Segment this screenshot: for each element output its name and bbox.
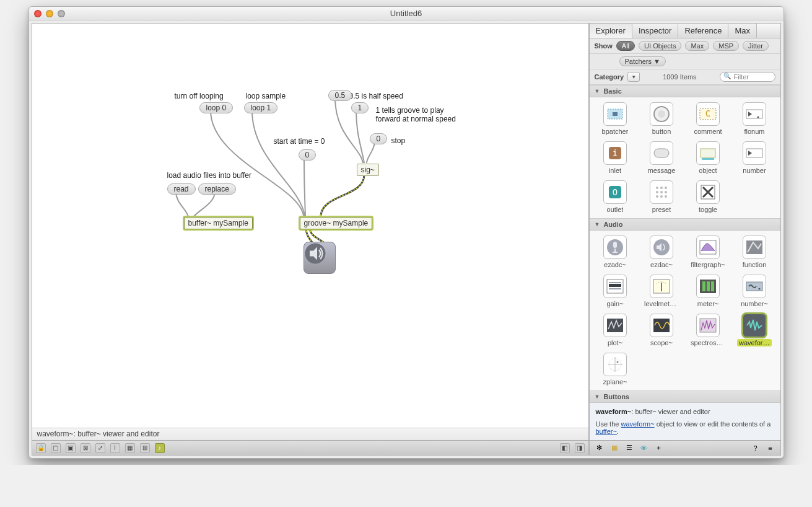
- svg-point-21: [665, 187, 667, 189]
- tab-max[interactable]: Max: [728, 24, 757, 38]
- message-box[interactable]: replace: [198, 183, 236, 195]
- chevron-down-icon: ▼: [631, 74, 636, 80]
- palette-scroll[interactable]: Basic bpatcher button Ccomment flonum ii…: [590, 85, 780, 402]
- filter-all[interactable]: All: [616, 41, 635, 51]
- add-icon[interactable]: ＋: [654, 443, 664, 453]
- help-link-waveform[interactable]: waveform~: [621, 420, 654, 428]
- palette-item-meter[interactable]: meter~: [688, 275, 729, 307]
- audio-on-icon[interactable]: ♪: [155, 443, 165, 453]
- help-link-buffer[interactable]: buffer~: [596, 428, 617, 435]
- gear-icon[interactable]: ✻: [595, 443, 605, 453]
- status-bar: waveform~: buffer~ viewer and editor: [32, 428, 588, 440]
- patchers-row: Patchers ▼: [590, 54, 780, 69]
- presentation-icon[interactable]: ▣: [66, 443, 76, 453]
- comment: start at time = 0: [274, 137, 325, 146]
- palette-item-object[interactable]: object: [688, 141, 729, 174]
- traffic-lights: [29, 10, 65, 17]
- help-subtitle: : buffer~ viewer and editor: [631, 408, 710, 415]
- sidebar-toolbar: ✻ ▦ ☰ 👁 ＋ ? ≡: [590, 440, 780, 455]
- svg-text:i: i: [613, 148, 618, 158]
- palette-audio: ezadc~ ezdac~ filtergraph~ function gain…: [590, 231, 780, 390]
- palette-item-flonum[interactable]: flonum: [734, 102, 775, 135]
- svg-text:O: O: [613, 187, 618, 197]
- zoom-icon[interactable]: ⤢: [95, 443, 105, 453]
- grid-icon[interactable]: ▦: [125, 443, 135, 453]
- palette-item-ezdac[interactable]: ezdac~: [641, 236, 683, 268]
- category-dropdown[interactable]: ▼: [627, 72, 640, 82]
- titlebar[interactable]: Untitled6: [29, 7, 784, 20]
- patch-icon[interactable]: ⊠: [81, 443, 90, 453]
- palette-item-inlet[interactable]: iinlet: [595, 141, 636, 174]
- minimize-icon[interactable]: [46, 10, 53, 17]
- menu-icon[interactable]: ≡: [766, 443, 775, 453]
- palette-item-filtergraph[interactable]: filtergraph~: [688, 236, 729, 268]
- palette-item-spectroscope[interactable]: spectroscope~: [688, 314, 729, 346]
- message-box[interactable]: 1: [351, 102, 369, 113]
- palette-item-toggle[interactable]: toggle: [688, 180, 729, 213]
- patchers-dropdown[interactable]: Patchers ▼: [619, 56, 666, 66]
- filter-msp[interactable]: MSP: [713, 41, 739, 51]
- palette-basic: bpatcher button Ccomment flonum iinlet m…: [590, 97, 780, 218]
- layout1-icon[interactable]: ◧: [560, 443, 570, 453]
- object-box-groove[interactable]: groove~ mySample: [300, 217, 373, 229]
- filter-ui[interactable]: UI Objects: [639, 41, 681, 51]
- close-icon[interactable]: [34, 10, 41, 17]
- tab-explorer[interactable]: Explorer: [590, 24, 632, 38]
- comment: 1 tells groove to play forward at normal…: [376, 106, 456, 123]
- message-box[interactable]: loop 1: [244, 102, 278, 113]
- palette-item-zplane[interactable]: zplane~: [595, 353, 636, 386]
- search-input[interactable]: Filter: [720, 72, 775, 82]
- tab-inspector[interactable]: Inspector: [632, 24, 678, 38]
- lock-icon[interactable]: 🔒: [36, 443, 46, 453]
- section-buttons[interactable]: Buttons: [590, 390, 780, 402]
- palette-item-button[interactable]: button: [641, 102, 683, 135]
- palette-item-scope[interactable]: scope~: [641, 314, 683, 346]
- svg-point-26: [660, 195, 663, 198]
- svg-rect-32: [613, 242, 617, 248]
- ezdac-object[interactable]: [303, 242, 336, 274]
- palette-item-levelmeter[interactable]: levelmeter~: [641, 275, 683, 307]
- svg-point-0: [305, 244, 325, 264]
- tab-reference[interactable]: Reference: [678, 24, 728, 38]
- patcher-panel: turn off looping loop sample 0.5 is half…: [32, 23, 589, 456]
- palette-item-comment[interactable]: Ccomment: [688, 102, 729, 135]
- svg-rect-12: [654, 149, 669, 157]
- section-audio[interactable]: Audio: [590, 218, 780, 231]
- patcher-canvas[interactable]: turn off looping loop sample 0.5 is half…: [32, 24, 588, 428]
- message-box[interactable]: loop 0: [199, 102, 234, 113]
- new-object-icon[interactable]: ▢: [51, 443, 61, 453]
- palette-item-bpatcher[interactable]: bpatcher: [595, 102, 636, 135]
- palette-item-waveform[interactable]: waveform~: [734, 314, 775, 346]
- grid-view-icon[interactable]: ▦: [609, 443, 619, 453]
- grid2-icon[interactable]: ⊞: [140, 443, 150, 453]
- palette-item-gain[interactable]: gain~: [595, 275, 636, 307]
- palette-item-message[interactable]: message: [641, 141, 683, 174]
- message-box[interactable]: 0: [299, 149, 317, 161]
- filter-jitter[interactable]: Jitter: [743, 41, 769, 51]
- palette-item-function[interactable]: function: [734, 236, 775, 268]
- message-box[interactable]: 0.5: [328, 90, 352, 101]
- layout2-icon[interactable]: ◨: [575, 443, 585, 453]
- eye-icon[interactable]: 👁: [639, 443, 649, 453]
- palette-item-number[interactable]: number: [734, 141, 775, 174]
- zoom-icon[interactable]: [58, 10, 65, 17]
- svg-point-56: [617, 361, 619, 363]
- palette-item-preset[interactable]: preset: [641, 180, 683, 213]
- svg-rect-2: [613, 112, 618, 116]
- palette-item-plot[interactable]: plot~: [595, 314, 636, 346]
- object-box-sig[interactable]: sig~: [357, 164, 379, 176]
- svg-point-49: [759, 288, 761, 290]
- message-box[interactable]: read: [167, 183, 196, 195]
- section-basic[interactable]: Basic: [590, 85, 780, 97]
- message-box[interactable]: 0: [370, 133, 388, 144]
- palette-item-ezadc[interactable]: ezadc~: [595, 236, 636, 268]
- palette-item-numbertilde[interactable]: number~: [734, 275, 775, 307]
- help-icon[interactable]: ?: [751, 443, 761, 453]
- list-view-icon[interactable]: ☰: [624, 443, 634, 453]
- object-box-buffer[interactable]: buffer~ mySample: [184, 217, 253, 229]
- info-icon[interactable]: i: [110, 443, 120, 453]
- speaker-icon: [304, 242, 326, 265]
- svg-rect-42: [609, 284, 621, 287]
- palette-item-outlet[interactable]: Ooutlet: [595, 180, 636, 213]
- filter-max[interactable]: Max: [685, 41, 709, 51]
